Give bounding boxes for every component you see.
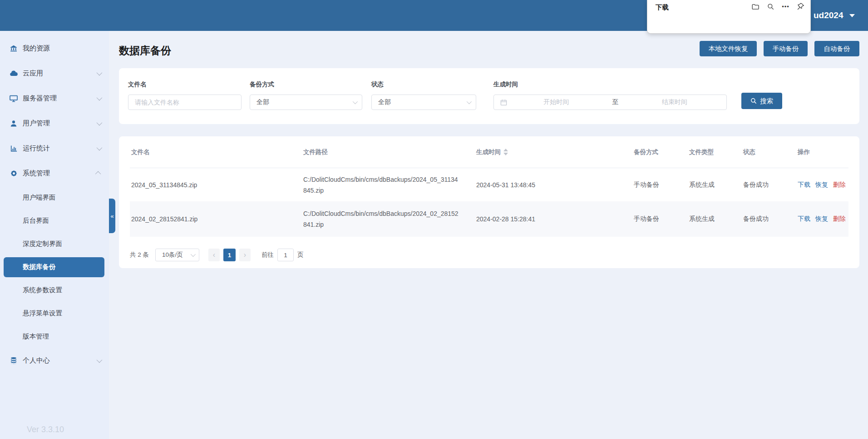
next-page-button[interactable]: › (239, 249, 251, 261)
table-row: 2024_05_31134845.zip C:/DolitCloudCms/bi… (130, 168, 848, 201)
sidebar-subitem-label: 版本管理 (23, 332, 49, 341)
col-header-filepath: 文件路径 (303, 147, 476, 158)
filter-filename: 文件名 (128, 80, 242, 110)
sort-control[interactable] (503, 149, 508, 155)
filename-input[interactable] (128, 95, 242, 110)
status-select[interactable]: 全部 (371, 95, 476, 110)
sidebar-item-user-mgmt[interactable]: 用户管理 (0, 111, 109, 136)
cell-operations: 下载 恢复 删除 (798, 181, 848, 189)
account-menu[interactable]: ud2024 (814, 0, 855, 31)
sidebar-subitem-version-mgmt[interactable]: 版本管理 (0, 325, 109, 348)
cell-filetype: 系统生成 (689, 215, 743, 223)
pagination: 共 2 条 10条/页 ‹ 1 › 前往 页 (130, 249, 848, 261)
search-label: 搜索 (760, 97, 773, 105)
sidebar-item-label: 系统管理 (23, 169, 50, 178)
download-flyout-title: 下载 (656, 3, 669, 12)
page-size-select[interactable]: 10条/页 (155, 249, 199, 261)
cell-filetype: 系统生成 (689, 181, 743, 189)
open-downloads-folder-icon[interactable] (752, 3, 760, 10)
backup-method-label: 备份方式 (250, 80, 362, 89)
gear-icon (9, 170, 18, 178)
create-time-label: 生成时间 (493, 80, 727, 89)
chevron-up-icon (95, 171, 101, 177)
cell-method: 手动备份 (634, 181, 689, 189)
screen: 点量云流平台 ud2024 我的资源 云应用 服务器管理 (0, 0, 868, 439)
cell-status: 备份成功 (743, 215, 798, 223)
restore-link[interactable]: 恢复 (815, 215, 828, 222)
app-version: Ver 3.3.10 (0, 425, 91, 434)
sidebar-subitem-label: 深度定制界面 (23, 239, 62, 248)
download-link[interactable]: 下载 (798, 181, 810, 188)
sidebar-item-personal-center[interactable]: 个人中心 (0, 348, 109, 373)
collapse-icon: « (110, 213, 113, 220)
more-options-icon[interactable]: ••• (782, 3, 789, 10)
bar-chart-icon (9, 145, 18, 153)
auto-backup-button[interactable]: 自动备份 (814, 41, 859, 56)
bank-icon (9, 45, 18, 53)
chevron-down-icon (191, 252, 196, 257)
col-header-filetype: 文件类型 (689, 148, 743, 156)
chevron-down-icon (97, 95, 103, 101)
backup-method-select[interactable]: 全部 (250, 95, 362, 110)
user-icon (9, 120, 18, 128)
sidebar-item-my-resources[interactable]: 我的资源 (0, 36, 109, 61)
page-actions: 本地文件恢复 手动备份 自动备份 (700, 41, 859, 56)
active-item-pill: 数据库备份 (4, 257, 104, 277)
date-separator: 至 (602, 98, 629, 106)
table-header-row: 文件名 文件路径 生成时间 备份方式 文件类型 状态 操作 (130, 136, 848, 168)
sidebar-collapse-handle[interactable]: « (109, 199, 115, 233)
chevron-down-icon (97, 357, 103, 363)
total-count: 共 2 条 (130, 251, 149, 259)
chevron-down-icon (97, 70, 103, 76)
cell-filename: 2024_02_28152841.zip (130, 215, 303, 223)
sidebar-item-label: 服务器管理 (23, 94, 57, 103)
delete-link[interactable]: 删除 (833, 215, 846, 222)
sidebar-subitem-client-ui[interactable]: 用户端界面 (0, 186, 109, 209)
sidebar-subitem-sys-params[interactable]: 系统参数设置 (0, 279, 109, 302)
delete-link[interactable]: 删除 (833, 181, 846, 188)
database-icon (9, 357, 18, 365)
filter-backup-method: 备份方式 全部 (250, 80, 362, 110)
prev-page-button[interactable]: ‹ (208, 249, 220, 261)
local-file-restore-button[interactable]: 本地文件恢复 (700, 41, 757, 56)
search-button[interactable]: 搜索 (741, 93, 782, 109)
manual-backup-button[interactable]: 手动备份 (764, 41, 808, 56)
chevron-down-icon (467, 99, 472, 104)
goto-page-input[interactable] (277, 249, 294, 261)
pin-icon[interactable] (797, 3, 804, 10)
start-time-placeholder[interactable]: 开始时间 (511, 98, 602, 106)
end-time-placeholder[interactable]: 结束时间 (629, 98, 720, 106)
sidebar-item-system-mgmt[interactable]: 系统管理 (0, 161, 109, 186)
backup-table-panel: 文件名 文件路径 生成时间 备份方式 文件类型 状态 操作 2024_05_31… (119, 136, 859, 268)
sidebar-subitem-label: 用户端界面 (23, 193, 56, 202)
search-downloads-icon[interactable] (767, 3, 774, 10)
current-page-button[interactable]: 1 (223, 249, 236, 261)
sidebar-subitem-admin-ui[interactable]: 后台界面 (0, 209, 109, 232)
sidebar-subitem-float-menu[interactable]: 悬浮菜单设置 (0, 302, 109, 325)
cell-filepath: C:/DolitCloudCms/bin/cms/dbBackups/2024_… (303, 208, 476, 230)
cell-status: 备份成功 (743, 181, 798, 189)
sidebar-subitem-db-backup-active[interactable]: 数据库备份 (0, 255, 109, 279)
sort-asc-icon[interactable] (503, 149, 508, 151)
filter-status: 状态 全部 (371, 80, 476, 110)
col-header-createtime: 生成时间 (476, 148, 634, 156)
restore-link[interactable]: 恢复 (815, 181, 828, 188)
status-label: 状态 (371, 80, 476, 89)
filter-create-time: 生成时间 开始时间 至 结束时间 (493, 80, 727, 110)
sidebar-item-server-mgmt[interactable]: 服务器管理 (0, 86, 109, 111)
sidebar: 我的资源 云应用 服务器管理 用户管理 运行统 (0, 31, 109, 439)
sidebar-subitem-label: 后台界面 (23, 216, 49, 225)
search-icon (750, 98, 757, 104)
sidebar-subitem-custom-ui[interactable]: 深度定制界面 (0, 232, 109, 255)
sort-desc-icon[interactable] (503, 153, 508, 155)
date-range-picker[interactable]: 开始时间 至 结束时间 (493, 95, 727, 110)
sidebar-item-cloud-apps[interactable]: 云应用 (0, 61, 109, 86)
download-flyout: 下载 ••• 2024_05_31134845.zip 打开文件 (647, 0, 811, 34)
col-header-operations: 操作 (798, 148, 848, 156)
sidebar-item-run-stats[interactable]: 运行统计 (0, 136, 109, 161)
cell-filepath: C:/DolitCloudCms/bin/cms/dbBackups/2024_… (303, 174, 476, 196)
cell-createtime: 2024-05-31 13:48:45 (476, 181, 634, 189)
chevron-down-icon (97, 120, 103, 126)
col-header-method: 备份方式 (634, 148, 689, 156)
download-link[interactable]: 下载 (798, 215, 810, 222)
